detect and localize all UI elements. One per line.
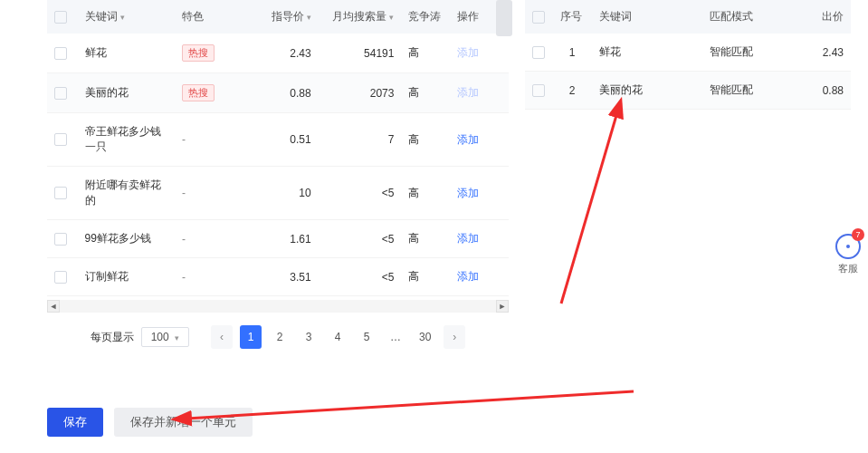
- save-and-new-button[interactable]: 保存并新增一个单元: [114, 408, 253, 437]
- cell-volume: <5: [319, 220, 402, 258]
- page-4[interactable]: 4: [327, 325, 348, 349]
- cell-seq: 2: [553, 72, 592, 110]
- table-row: 订制鲜花-3.51<5高添加: [47, 258, 509, 296]
- cell-competition: 高: [401, 73, 450, 113]
- suggestion-table-wrap: 关键词▾ 特色 指导价▾ 月均搜索量▾ 竞争涛 操作 鲜花热搜2.4354191…: [47, 0, 509, 296]
- page-3[interactable]: 3: [298, 325, 320, 349]
- page-last[interactable]: 30: [414, 325, 436, 349]
- row-checkbox[interactable]: [54, 87, 67, 100]
- chevron-down-icon: ▾: [120, 13, 125, 22]
- cell-price: 2.43: [242, 34, 319, 73]
- cell-feature: -: [175, 113, 242, 167]
- page-prev[interactable]: ‹: [211, 325, 233, 349]
- cell-competition: 高: [401, 167, 450, 220]
- cell-competition: 高: [401, 113, 450, 167]
- vertical-scrollbar[interactable]: [496, 0, 512, 36]
- col-competition[interactable]: 竞争涛: [408, 10, 441, 23]
- row-checkbox[interactable]: [54, 271, 67, 284]
- svg-line-1: [186, 391, 634, 419]
- col-action: 操作: [457, 10, 479, 23]
- cell-keyword: 美丽的花: [592, 72, 703, 110]
- cell-bid: 2.43: [792, 34, 851, 72]
- row-checkbox[interactable]: [532, 84, 545, 97]
- add-link: 添加: [457, 86, 479, 99]
- cell-feature: -: [175, 258, 242, 296]
- pagination-bar: 每页显示 100 ▾ ‹ 1 2 3 4 5 … 30 ›: [47, 313, 509, 349]
- perpage-label: 每页显示: [91, 330, 134, 345]
- cell-price: 0.51: [242, 113, 319, 167]
- cell-feature: -: [175, 167, 242, 220]
- cell-volume: 7: [319, 113, 402, 167]
- suggestion-table-panel: 关键词▾ 特色 指导价▾ 月均搜索量▾ 竞争涛 操作 鲜花热搜2.4354191…: [47, 0, 509, 349]
- cell-match: 智能匹配: [702, 34, 791, 72]
- cell-price: 1.61: [242, 220, 319, 258]
- svg-line-0: [561, 112, 617, 304]
- selected-table: 序号 关键词 匹配模式 出价 1鲜花智能匹配2.432美丽的花智能匹配0.88: [525, 0, 851, 110]
- cell-seq: 1: [553, 34, 592, 72]
- row-checkbox[interactable]: [532, 46, 545, 59]
- col-seq: 序号: [560, 10, 582, 23]
- page-next[interactable]: ›: [444, 325, 465, 349]
- cell-feature: 热搜: [175, 34, 242, 73]
- table-row: 美丽的花热搜0.882073高添加: [47, 73, 509, 113]
- chevron-down-icon: ▾: [307, 13, 311, 22]
- hot-badge: 热搜: [182, 84, 215, 101]
- table-row: 帝王鲜花多少钱一只-0.517高添加: [47, 113, 509, 167]
- add-link[interactable]: 添加: [457, 187, 479, 199]
- cell-competition: 高: [401, 258, 450, 296]
- select-all-checkbox[interactable]: [54, 11, 67, 24]
- chevron-down-icon: ▾: [175, 333, 179, 342]
- col-price[interactable]: 指导价: [272, 10, 304, 23]
- scroll-right-button[interactable]: ►: [496, 300, 509, 313]
- page-ellipsis: …: [385, 325, 406, 349]
- add-link[interactable]: 添加: [457, 133, 479, 146]
- cell-volume: <5: [319, 167, 402, 220]
- cell-feature: -: [175, 220, 242, 258]
- customer-service-widget[interactable]: 7 客服: [832, 234, 864, 275]
- cell-price: 10: [242, 167, 319, 220]
- notification-badge: 7: [852, 228, 864, 241]
- cell-match: 智能匹配: [702, 72, 791, 110]
- cell-keyword: 订制鲜花: [78, 258, 175, 296]
- cell-keyword: 美丽的花: [78, 73, 175, 113]
- row-checkbox[interactable]: [54, 47, 67, 60]
- add-link: 添加: [457, 46, 479, 59]
- cell-price: 0.88: [242, 73, 319, 113]
- col-match: 匹配模式: [710, 10, 753, 23]
- col-keyword-r: 关键词: [599, 10, 632, 23]
- hot-badge: 热搜: [182, 44, 215, 62]
- table-row: 2美丽的花智能匹配0.88: [525, 72, 851, 110]
- cell-feature: 热搜: [175, 73, 242, 113]
- cell-competition: 高: [401, 34, 450, 73]
- cell-volume: 2073: [319, 73, 402, 113]
- col-bid: 出价: [822, 10, 844, 23]
- perpage-select[interactable]: 100 ▾: [141, 327, 189, 347]
- row-checkbox[interactable]: [54, 133, 67, 146]
- suggestion-table: 关键词▾ 特色 指导价▾ 月均搜索量▾ 竞争涛 操作 鲜花热搜2.4354191…: [47, 0, 509, 296]
- scroll-left-button[interactable]: ◄: [47, 300, 60, 313]
- table-row: 附近哪有卖鲜花的-10<5高添加: [47, 167, 509, 220]
- cell-volume: 54191: [319, 34, 402, 73]
- col-feature[interactable]: 特色: [182, 10, 204, 23]
- selected-table-panel: 序号 关键词 匹配模式 出价 1鲜花智能匹配2.432美丽的花智能匹配0.88: [525, 0, 851, 110]
- cell-keyword: 鲜花: [592, 34, 703, 72]
- page-2[interactable]: 2: [269, 325, 291, 349]
- cell-price: 3.51: [242, 258, 319, 296]
- row-checkbox[interactable]: [54, 187, 67, 199]
- cell-volume: <5: [319, 258, 402, 296]
- cell-competition: 高: [401, 220, 450, 258]
- page-5[interactable]: 5: [356, 325, 377, 349]
- table-row: 99鲜花多少钱-1.61<5高添加: [47, 220, 509, 258]
- col-volume[interactable]: 月均搜索量: [332, 10, 386, 23]
- table-row: 1鲜花智能匹配2.43: [525, 34, 851, 72]
- table-row: 鲜花热搜2.4354191高添加: [47, 34, 509, 73]
- add-link[interactable]: 添加: [457, 270, 479, 283]
- save-button[interactable]: 保存: [47, 408, 103, 437]
- col-keyword[interactable]: 关键词: [85, 10, 118, 23]
- selected-all-checkbox[interactable]: [532, 11, 545, 24]
- page-1[interactable]: 1: [240, 325, 262, 349]
- row-checkbox[interactable]: [54, 233, 67, 246]
- chevron-down-icon: ▾: [389, 13, 394, 22]
- add-link[interactable]: 添加: [457, 232, 479, 245]
- horizontal-scrollbar[interactable]: ◄ ►: [47, 300, 509, 313]
